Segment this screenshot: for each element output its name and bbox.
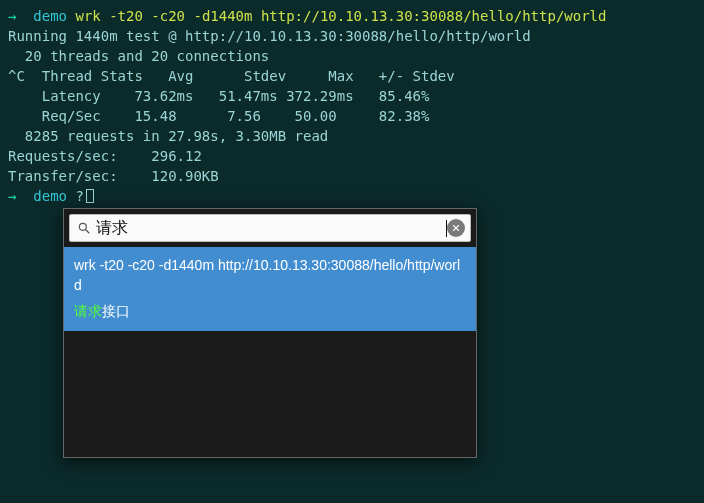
search-icon [76,220,92,236]
terminal-window[interactable]: → demo wrk -t20 -c20 -d1440m http://10.1… [0,0,704,212]
search-bar: 请求 [69,214,471,242]
command-text: wrk -t20 -c20 -d1440m http://10.10.13.30… [75,8,606,24]
prompt-arrow: → [8,8,16,24]
search-result-item[interactable]: wrk -t20 -c20 -d1440m http://10.10.13.30… [64,247,476,331]
prompt-arrow: → [8,188,16,204]
output-line: Running 1440m test @ http://10.10.13.30:… [8,26,696,46]
search-results: wrk -t20 -c20 -d1440m http://10.10.13.30… [64,247,476,457]
terminal-cursor [86,189,94,203]
search-input-wrap[interactable]: 请求 [96,216,447,240]
prompt-dir: demo [33,8,67,24]
output-line: Requests/sec: 296.12 [8,146,696,166]
output-line: Req/Sec 15.48 7.56 50.00 82.38% [8,106,696,126]
output-line: 20 threads and 20 connections [8,46,696,66]
result-rest: 接口 [102,303,130,319]
output-line: 8285 requests in 27.98s, 3.30MB read [8,126,696,146]
clear-search-button[interactable] [447,219,465,237]
search-input[interactable]: 请求 [96,216,445,240]
output-line: Latency 73.62ms 51.47ms 372.29ms 85.46% [8,86,696,106]
prompt-dir: demo [33,188,67,204]
match-highlight: 请求 [74,303,102,319]
output-line: ^C Thread Stats Avg Stdev Max +/- Stdev [8,66,696,86]
prompt-line-2[interactable]: → demo ? [8,186,696,206]
svg-point-0 [79,223,86,230]
history-search-trigger: ? [75,188,83,204]
result-description: 请求接口 [74,301,466,321]
output-line: Transfer/sec: 120.90KB [8,166,696,186]
prompt-line-1: → demo wrk -t20 -c20 -d1440m http://10.1… [8,6,696,26]
history-search-popup: 请求 wrk -t20 -c20 -d1440m http://10.10.13… [63,208,477,458]
result-command: wrk -t20 -c20 -d1440m http://10.10.13.30… [74,255,466,295]
svg-line-1 [86,230,90,234]
